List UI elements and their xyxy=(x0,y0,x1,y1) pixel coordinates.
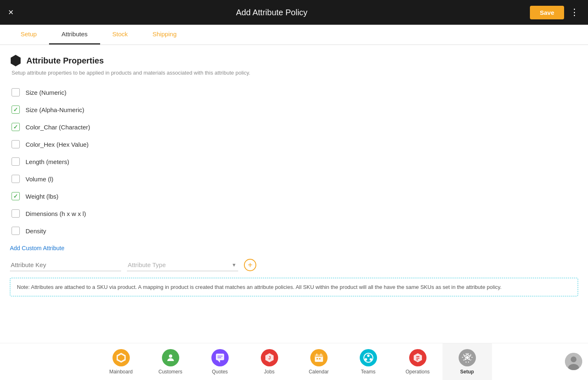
nav-label-mainboard: Mainboard xyxy=(109,369,133,375)
attribute-item-size-numeric: Size (Numeric) xyxy=(10,84,578,101)
checkbox-size-numeric[interactable] xyxy=(12,88,20,96)
tab-attributes[interactable]: Attributes xyxy=(49,25,100,45)
checkbox-weight[interactable]: ✓ xyxy=(12,192,20,200)
attribute-type-wrapper: Attribute Type Numeric Character Hex Val… xyxy=(127,259,238,271)
svg-text:J: J xyxy=(268,355,270,360)
svg-point-16 xyxy=(367,354,370,357)
attribute-item-volume: Volume (l) xyxy=(10,171,578,187)
svg-rect-21 xyxy=(416,358,419,359)
section-header: Attribute Properties xyxy=(10,55,578,66)
add-attribute-button[interactable]: + xyxy=(244,259,256,271)
nav-item-calendar[interactable]: Calendar xyxy=(294,343,344,380)
nav-item-jobs[interactable]: J Jobs xyxy=(245,343,294,380)
nav-label-operations: Operations xyxy=(405,369,430,375)
note-box: Note: Attributes are attached to a SKU v… xyxy=(10,278,578,296)
svg-rect-14 xyxy=(319,358,321,359)
svg-point-18 xyxy=(370,358,372,361)
section-icon xyxy=(10,55,21,66)
checkbox-color-hex[interactable] xyxy=(12,140,20,148)
tab-setup[interactable]: Setup xyxy=(8,25,49,45)
nav-label-calendar: Calendar xyxy=(309,369,329,375)
header-actions: Save ⋮ xyxy=(530,6,580,19)
calendar-icon xyxy=(310,349,328,366)
checkmark-icon: ✓ xyxy=(13,193,18,199)
nav-label-jobs: Jobs xyxy=(264,369,274,375)
header: × Add Attribute Policy Save ⋮ xyxy=(0,0,588,25)
attribute-label-color-hex: Color_Hex (Hex Value) xyxy=(26,141,89,148)
attribute-type-select[interactable]: Attribute Type Numeric Character Hex Val… xyxy=(127,259,238,271)
svg-rect-13 xyxy=(316,358,318,359)
customers-svg-icon xyxy=(166,353,176,363)
customers-icon xyxy=(162,349,179,366)
jobs-icon: J xyxy=(261,349,278,366)
quotes-svg-icon xyxy=(215,352,225,363)
svg-rect-3 xyxy=(216,354,224,360)
checkmark-icon: ✓ xyxy=(13,124,18,130)
mainboard-icon xyxy=(112,349,130,366)
tab-stock[interactable]: Stock xyxy=(100,25,141,45)
attribute-label-color-char: Color_Char (Character) xyxy=(26,124,90,131)
attribute-label-size-alpha-numeric: Size (Alpha-Numeric) xyxy=(26,106,84,113)
nav-label-quotes: Quotes xyxy=(212,369,228,375)
checkbox-color-char[interactable]: ✓ xyxy=(12,123,20,131)
setup-icon xyxy=(459,349,476,366)
teams-icon xyxy=(360,349,377,366)
tab-bar: Setup Attributes Stock Shipping xyxy=(0,25,588,45)
section-subtitle: Setup attribute properties to be applied… xyxy=(12,70,578,76)
attribute-label-density: Density xyxy=(26,228,46,235)
attribute-item-size-alpha-numeric: ✓ Size (Alpha-Numeric) xyxy=(10,101,578,118)
svg-point-23 xyxy=(466,356,469,359)
attribute-key-input[interactable] xyxy=(10,259,121,271)
nav-item-operations[interactable]: Operations xyxy=(393,343,443,380)
avatar[interactable] xyxy=(565,353,582,370)
svg-rect-22 xyxy=(416,359,418,360)
nav-item-mainboard[interactable]: Mainboard xyxy=(96,343,146,380)
checkbox-size-alpha-numeric[interactable]: ✓ xyxy=(12,106,20,114)
quotes-icon xyxy=(211,349,229,366)
close-button[interactable]: × xyxy=(8,8,14,17)
nav-label-customers: Customers xyxy=(158,369,182,375)
section-title: Attribute Properties xyxy=(26,56,104,66)
attribute-item-density: Density xyxy=(10,223,578,239)
operations-icon xyxy=(409,349,426,366)
checkbox-density[interactable] xyxy=(12,227,20,235)
operations-svg-icon xyxy=(412,352,423,363)
page-title: Add Attribute Policy xyxy=(236,8,307,17)
attribute-item-length: Length (meters) xyxy=(10,153,578,170)
svg-point-25 xyxy=(571,357,576,362)
attribute-item-color-hex: Color_Hex (Hex Value) xyxy=(10,136,578,152)
attribute-label-length: Length (meters) xyxy=(26,158,69,165)
checkbox-dimensions[interactable] xyxy=(12,209,20,218)
add-custom-attribute-link[interactable]: Add Custom Attribute xyxy=(10,245,64,251)
custom-attribute-row: Attribute Type Numeric Character Hex Val… xyxy=(10,259,578,271)
setup-svg-icon xyxy=(462,352,473,363)
mainboard-svg-icon xyxy=(115,352,127,364)
checkbox-length[interactable] xyxy=(12,157,20,166)
nav-label-teams: Teams xyxy=(361,369,375,375)
nav-item-teams[interactable]: Teams xyxy=(344,343,393,380)
bottom-navigation: Mainboard Customers Quotes J xyxy=(0,343,588,380)
attribute-label-size-numeric: Size (Numeric) xyxy=(26,89,66,96)
calendar-svg-icon xyxy=(314,352,324,363)
main-content: Attribute Properties Setup attribute pro… xyxy=(0,45,588,343)
attribute-list: Size (Numeric) ✓ Size (Alpha-Numeric) ✓ … xyxy=(10,84,578,239)
jobs-svg-icon: J xyxy=(264,352,275,363)
tab-shipping[interactable]: Shipping xyxy=(140,25,189,45)
svg-rect-10 xyxy=(315,354,323,357)
nav-item-customers[interactable]: Customers xyxy=(146,343,195,380)
svg-rect-20 xyxy=(416,356,419,357)
attribute-item-weight: ✓ Weight (lbs) xyxy=(10,188,578,204)
attribute-item-dimensions: Dimensions (h x w x l) xyxy=(10,205,578,222)
user-avatar-icon xyxy=(565,353,582,370)
checkbox-volume[interactable] xyxy=(12,175,20,183)
note-text: Note: Attributes are attached to a SKU v… xyxy=(17,284,501,290)
teams-svg-icon xyxy=(363,352,374,363)
save-button[interactable]: Save xyxy=(530,6,564,19)
nav-label-setup: Setup xyxy=(460,369,474,375)
nav-item-quotes[interactable]: Quotes xyxy=(195,343,245,380)
nav-item-setup[interactable]: Setup xyxy=(443,343,492,380)
attribute-label-weight: Weight (lbs) xyxy=(26,193,59,200)
more-options-button[interactable]: ⋮ xyxy=(570,7,580,18)
attribute-label-dimensions: Dimensions (h x w x l) xyxy=(26,210,86,217)
svg-marker-4 xyxy=(218,360,220,363)
